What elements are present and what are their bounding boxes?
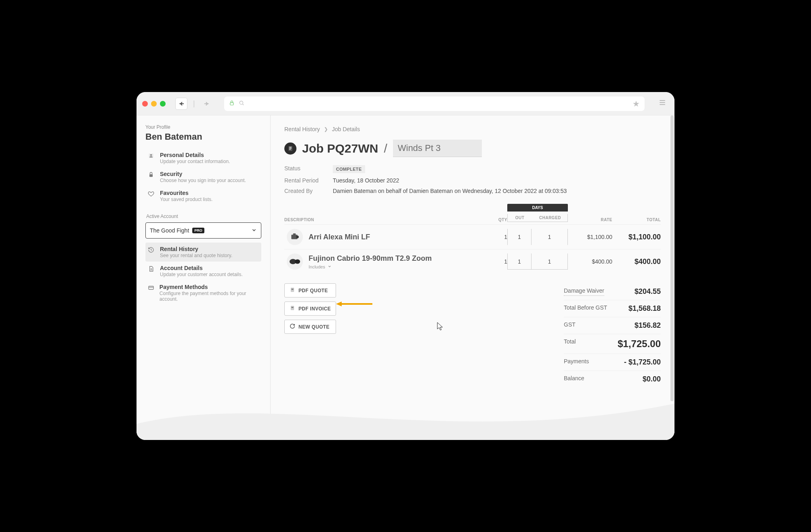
- svg-point-1: [240, 101, 243, 104]
- address-bar[interactable]: ★: [224, 96, 645, 111]
- meta-created-label: Created By: [284, 188, 333, 194]
- profile-name: Ben Bateman: [145, 132, 261, 142]
- item-out: 1: [507, 229, 532, 245]
- item-total: $400.00: [612, 258, 661, 266]
- th-desc: DESCRIPTION: [284, 218, 475, 222]
- th-rate: RATE: [568, 218, 612, 222]
- item-qty: 1: [475, 234, 507, 240]
- refresh-icon: [290, 323, 295, 330]
- sidebar-item-payment-methods[interactable]: Payment Methods Configure the payment me…: [145, 281, 261, 305]
- annotation-arrow: [336, 301, 372, 307]
- minimize-window-icon[interactable]: [151, 101, 157, 107]
- window-controls: [142, 101, 166, 107]
- th-out: OUT: [508, 216, 532, 220]
- pdf-invoice-button[interactable]: PDF INVOICE: [284, 302, 336, 316]
- days-subheader: OUT CHARGED: [507, 214, 568, 222]
- total-label: Total: [564, 338, 576, 350]
- sidebar-item-label: Security: [160, 171, 246, 177]
- hamburger-icon: [658, 98, 666, 107]
- svg-rect-0: [230, 103, 233, 105]
- total-label: Payments: [564, 358, 589, 367]
- svg-rect-3: [149, 174, 153, 177]
- sidebar-item-sub: Update your contact information.: [160, 159, 230, 164]
- lock-icon: [148, 172, 155, 180]
- job-name-input[interactable]: [393, 140, 482, 157]
- job-meta: Status COMPLETE Rental Period Tuesday, 1…: [284, 165, 661, 194]
- job-icon: [284, 142, 296, 155]
- sidebar-item-security[interactable]: Security Choose how you sign into your a…: [145, 168, 261, 186]
- chevron-down-icon: [328, 264, 332, 269]
- main-panel: Rental History ❯ Job Details Job PQ27WN …: [271, 115, 674, 440]
- star-icon[interactable]: ★: [632, 99, 640, 109]
- item-qty: 1: [475, 258, 507, 265]
- item-charged: 1: [532, 229, 568, 245]
- item-name-text: Fujinon Cabrio 19-90mm T2.9 Zoom: [309, 254, 432, 262]
- your-profile-label: Your Profile: [145, 124, 261, 130]
- user-card-icon: [148, 153, 155, 161]
- sidebar-item-sub: See your rental and quote history.: [160, 253, 232, 258]
- total-value: $156.82: [635, 321, 661, 330]
- document-icon: [148, 266, 155, 274]
- scrollbar-thumb[interactable]: [670, 115, 674, 401]
- th-qty: QTY: [475, 218, 507, 222]
- breadcrumb: Rental History ❯ Job Details: [284, 126, 661, 132]
- item-rate: $400.00: [568, 258, 612, 265]
- includes-toggle[interactable]: Includes: [309, 264, 475, 269]
- total-value: - $1,725.00: [624, 358, 661, 367]
- sidebar-item-favourites[interactable]: Favourites Your saved product lists.: [145, 186, 261, 205]
- sidebar-item-sub: Configure the payment methods for your a…: [160, 291, 259, 302]
- item-name: Arri Alexa Mini LF: [309, 233, 475, 241]
- total-label: Balance: [564, 375, 584, 383]
- footer-area: PDF QUOTE PDF INVOICE NEW QUOTE: [284, 283, 661, 387]
- history-icon: [148, 247, 155, 255]
- page-title: Job PQ27WN: [302, 142, 378, 155]
- item-name: Fujinon Cabrio 19-90mm T2.9 Zoom Include…: [309, 254, 475, 269]
- page-title-row: Job PQ27WN /: [284, 140, 661, 157]
- sidebar-item-label: Rental History: [160, 246, 232, 252]
- svg-marker-14: [336, 302, 342, 306]
- scrollbar[interactable]: [670, 115, 674, 440]
- lock-icon: [229, 100, 235, 107]
- sidebar-item-sub: Update your customer account details.: [160, 272, 243, 277]
- arrow-left-icon: [178, 101, 185, 107]
- pdf-icon: [290, 287, 295, 294]
- sidebar-item-sub: Your saved product lists.: [160, 197, 212, 202]
- svg-point-10: [295, 259, 300, 264]
- title-code: PQ27WN: [327, 142, 378, 155]
- account-selector[interactable]: The Good Fight PRO: [145, 222, 261, 239]
- arrow-right-icon: [204, 101, 210, 107]
- pro-badge: PRO: [192, 228, 204, 233]
- total-value: $1,725.00: [618, 338, 661, 350]
- breadcrumb-item: Job Details: [332, 126, 360, 132]
- sidebar: Your Profile Ben Bateman Personal Detail…: [137, 115, 271, 440]
- pdf-quote-button[interactable]: PDF QUOTE: [284, 283, 336, 297]
- browser-window: | ★ Your Profile Ben Bateman: [133, 89, 678, 443]
- back-button[interactable]: [175, 98, 187, 110]
- search-icon: [239, 100, 244, 107]
- item-thumbnail: [287, 229, 303, 245]
- menu-button[interactable]: [656, 98, 669, 109]
- sidebar-item-label: Personal Details: [160, 152, 230, 158]
- table-header: DESCRIPTION QTY OUT CHARGED RATE TOTAL: [284, 212, 661, 224]
- total-row: Damage Waiver $204.55: [564, 283, 661, 300]
- browser-toolbar: | ★: [137, 92, 674, 115]
- toolbar-divider: |: [191, 99, 197, 108]
- svg-rect-4: [149, 286, 153, 289]
- close-window-icon[interactable]: [142, 101, 148, 107]
- meta-period-value: Tuesday, 18 October 2022: [333, 177, 661, 184]
- total-row-grand: Total $1,725.00: [564, 334, 661, 354]
- new-quote-button[interactable]: NEW QUOTE: [284, 320, 336, 334]
- sidebar-item-label: Account Details: [160, 265, 243, 271]
- sidebar-item-account-details[interactable]: Account Details Update your customer acc…: [145, 262, 261, 281]
- maximize-window-icon[interactable]: [160, 101, 166, 107]
- item-thumbnail: [287, 253, 303, 270]
- svg-rect-12: [291, 306, 294, 310]
- th-charged: CHARGED: [532, 216, 568, 220]
- svg-point-2: [150, 154, 152, 156]
- total-row: Total Before GST $1,568.18: [564, 300, 661, 317]
- breadcrumb-item[interactable]: Rental History: [284, 126, 320, 132]
- sidebar-item-rental-history[interactable]: Rental History See your rental and quote…: [145, 243, 261, 262]
- item-rate: $1,100.00: [568, 234, 612, 240]
- sidebar-item-personal-details[interactable]: Personal Details Update your contact inf…: [145, 149, 261, 168]
- pdf-icon: [290, 305, 295, 312]
